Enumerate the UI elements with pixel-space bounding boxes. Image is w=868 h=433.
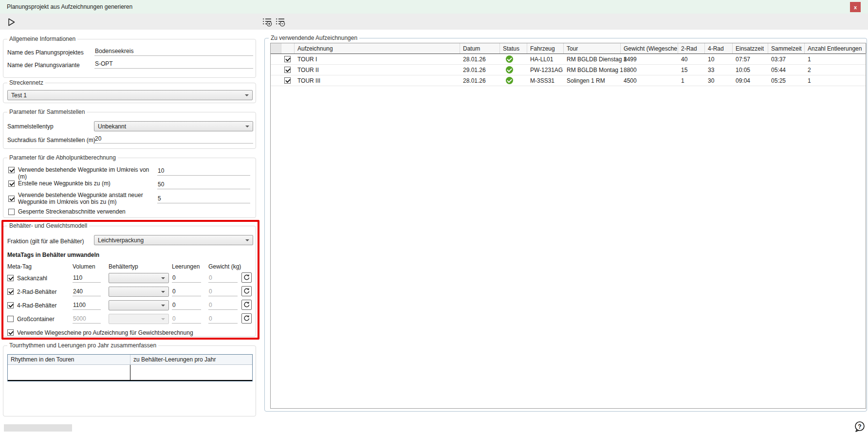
close-button[interactable]: x [850, 2, 861, 12]
wiegescheine-checkbox[interactable] [7, 329, 14, 336]
pickup-label: Verwende bestehende Wegpunkte im Umkreis… [18, 166, 155, 180]
pickup-row: Verwende bestehende Wegpunkte im Umkreis… [3, 166, 256, 178]
group-title: Parameter für die Abholpunktberechnung [7, 154, 118, 161]
streckennetz-dropdown[interactable]: Test 1 [7, 90, 253, 100]
pickup-label: Verwende bestehende Wegpunkte anstatt ne… [18, 192, 155, 205]
pickup-checkbox[interactable] [8, 196, 15, 202]
volume-value: 110 [73, 274, 82, 281]
status-ok-icon [506, 66, 513, 73]
meta-checkbox[interactable] [7, 316, 14, 322]
chevron-down-icon [245, 126, 249, 127]
reset-weight-button[interactable] [241, 272, 252, 283]
sammelstellentyp-dropdown[interactable]: Unbekannt [94, 121, 253, 131]
pickup-label: Gesperrte Streckenabschnitte verwenden [18, 208, 155, 215]
leerungen-input[interactable]: 0 [172, 273, 201, 283]
deselect-all-recordings-button[interactable] [276, 17, 285, 27]
field-label: Suchradius für Sammelstellen (m) [7, 137, 95, 144]
recordings-table: AufzeichnungDatumStatusFahrzeugTourGewic… [270, 43, 866, 409]
checkbox-column-header [281, 43, 295, 54]
toolbar [0, 14, 868, 30]
rhythm-cell[interactable] [8, 365, 130, 380]
volume-input[interactable]: 110 [73, 273, 101, 283]
suchradius-input[interactable]: 20 [94, 134, 253, 144]
column-header: Datum [460, 43, 500, 54]
planungsprojekt-name-input[interactable]: Bodenseekreis [94, 46, 253, 56]
row-checkbox[interactable] [284, 67, 291, 73]
group-allgemeine-informationen: Allgemeine Informationen Name des Planun… [3, 39, 256, 78]
pickup-value: 5 [158, 195, 161, 202]
behaeltertyp-dropdown[interactable] [109, 300, 169, 310]
sammel-cell: 05:25 [768, 75, 805, 86]
column-header: Fahrzeug [527, 43, 564, 54]
column-header: 4-Rad [705, 43, 733, 54]
row-selector[interactable] [271, 75, 281, 86]
pickup-value-input[interactable]: 50 [157, 180, 250, 189]
list-minus-icon [276, 17, 285, 27]
help-icon: ? [853, 420, 866, 433]
chevron-down-icon [245, 94, 249, 96]
table-row[interactable]: TOUR I28.01.26HA-LL01RM BGLDB Dienstag 1… [271, 54, 866, 65]
h-scrollbar-thumb[interactable] [4, 424, 72, 432]
help-button[interactable]: ? [853, 420, 866, 433]
list-plus-icon [262, 17, 272, 27]
pickup-checkbox[interactable] [8, 167, 15, 173]
close-icon: x [854, 4, 857, 10]
row-selector[interactable] [271, 54, 281, 64]
row-selector[interactable] [271, 65, 281, 75]
leerungen-value: 0 [172, 302, 176, 308]
field-label: Name des Planungsprojektes [7, 49, 84, 56]
reset-weight-button[interactable] [241, 286, 252, 296]
pickup-value: 50 [158, 181, 164, 188]
pickup-value-input[interactable]: 10 [157, 166, 250, 176]
chevron-down-icon [161, 318, 165, 320]
einsatz-cell: 07:57 [733, 54, 768, 64]
status-cell [500, 65, 527, 75]
behaeltertyp-dropdown[interactable] [109, 273, 169, 283]
planungsvariante-name-input[interactable]: S-OPT [94, 59, 253, 69]
column-header: Rhythmen in den Touren [8, 355, 130, 364]
rad4-cell: 33 [705, 65, 733, 75]
column-header: Status [500, 43, 527, 54]
select-all-recordings-button[interactable] [262, 17, 272, 27]
meta-row: 2-Rad-Behälter24000 [3, 288, 256, 299]
gewicht-input: 0 [208, 287, 238, 296]
behaeltertyp-dropdown [109, 314, 169, 324]
row-checkbox[interactable] [284, 77, 291, 84]
group-title: Behälter- und Gewichtsmodell [7, 222, 89, 229]
row-checkbox[interactable] [284, 56, 291, 62]
pickup-checkbox[interactable] [8, 180, 15, 187]
rhythm-table-empty-row[interactable] [8, 365, 252, 381]
meta-checkbox[interactable] [7, 289, 14, 295]
gewicht-value: 0 [209, 274, 212, 281]
meta-checkbox[interactable] [7, 302, 14, 308]
behaeltertyp-dropdown[interactable] [109, 287, 169, 297]
sammel-cell: 05:44 [768, 65, 805, 75]
table-row[interactable]: TOUR III28.01.26M-3SS31Solingen 1 RM4500… [271, 75, 866, 86]
pickup-value-input[interactable]: 5 [157, 194, 250, 203]
leerungen-input[interactable]: 0 [172, 300, 201, 310]
reset-weight-button[interactable] [241, 300, 252, 310]
volume-input[interactable]: 240 [73, 287, 101, 296]
date-cell: 28.01.26 [460, 75, 500, 86]
tour-cell: RM BGLDB Dienstag 1 [564, 54, 621, 64]
run-button[interactable] [6, 17, 16, 27]
volume-input[interactable]: 1100 [73, 300, 101, 310]
pickup-checkbox[interactable] [8, 209, 15, 215]
gewicht-value: 0 [209, 315, 212, 322]
column-header: Einsatzzeit [733, 43, 768, 54]
row-selector-header [271, 43, 281, 54]
leerungen-value: 0 [172, 315, 176, 322]
column-header: zu Behälter-Leerungen pro Jahr [130, 355, 219, 364]
fraktion-dropdown[interactable]: Leichtverpackung [94, 235, 253, 245]
column-header: Anzahl Entleerungen [805, 43, 867, 54]
table-row[interactable]: TOUR II29.01.26PW-1231AGRM BGLDB Montag … [271, 65, 866, 75]
meta-column-header: Leerungen [172, 263, 200, 270]
checkbox-cell [281, 54, 295, 64]
volume-value: 5000 [73, 315, 86, 322]
group-tourrhythmen: Tourrhythmen und Leerungen pro Jahr zusa… [3, 345, 256, 416]
checkbox-cell [281, 75, 295, 86]
wiegescheine-label: Verwende Wiegescheine pro Aufzeichnung f… [17, 329, 193, 336]
leerungen-input[interactable]: 0 [172, 287, 201, 296]
reset-weight-button[interactable] [241, 313, 252, 324]
meta-checkbox[interactable] [7, 275, 14, 281]
